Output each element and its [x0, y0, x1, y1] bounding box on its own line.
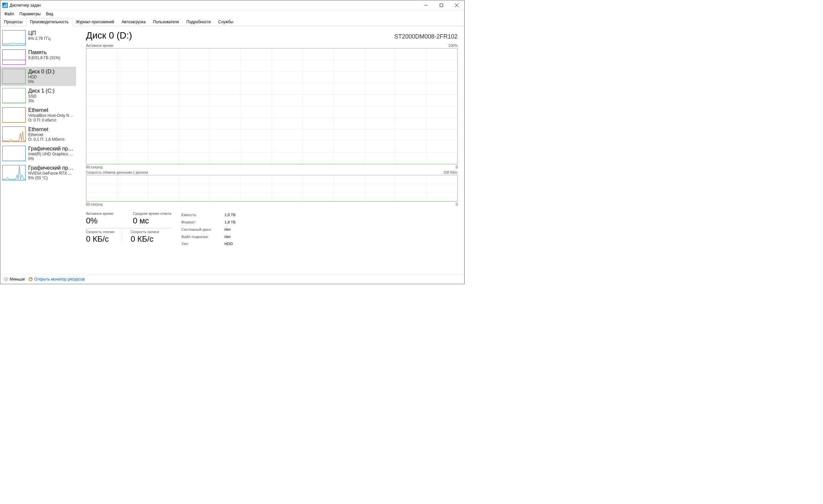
- kv-key: Файл подкачки:: [181, 233, 220, 241]
- chart-bottom-right-label: 0: [456, 202, 458, 206]
- close-button[interactable]: [449, 0, 464, 10]
- tab-performance[interactable]: Производительность: [26, 18, 72, 26]
- fewer-details-button[interactable]: Меньше: [4, 277, 25, 282]
- chevron-up-icon: [4, 277, 8, 282]
- menu-file[interactable]: Файл: [2, 11, 17, 17]
- maximize-button[interactable]: [434, 0, 449, 10]
- app-icon: [2, 3, 8, 8]
- kv-key: Тип:: [181, 240, 220, 248]
- main-panel: Диск 0 (D:) ST2000DM008-2FR102 Активное …: [76, 26, 464, 274]
- sidebar-item-label: Ethernet: [28, 107, 74, 113]
- sidebar-item-ethernet1[interactable]: Ethernet Ethernet О: 0,1 П: 1,6 Мбит/с: [0, 125, 76, 144]
- sidebar-item-sub: 9,8/31,8 ГБ (31%): [28, 55, 74, 60]
- disk-properties: Емкость:1,8 ТБ Формат:1,8 ТБ Системный д…: [181, 211, 236, 248]
- chart-top-right-label: 100%: [448, 43, 458, 47]
- svg-rect-4: [440, 4, 443, 7]
- open-resource-monitor-label: Открыть монитор ресурсов: [34, 277, 85, 282]
- sidebar-item-label: Графический про…: [28, 146, 74, 152]
- stat-value-active: 0%: [86, 216, 124, 225]
- tab-app-history[interactable]: Журнал приложений: [72, 18, 118, 26]
- sidebar-item-label: Ethernet: [28, 127, 74, 133]
- sidebar-item-memory[interactable]: Память 9,8/31,8 ГБ (31%): [0, 47, 76, 67]
- sidebar-item-sub: SSD: [28, 94, 74, 99]
- chart-active-time: Активное время 100% 60 секунд 0: [86, 43, 458, 169]
- chart-transfer-rate: Скорость обмена данными с диском 100 КБ/…: [86, 170, 458, 206]
- disk-thumb-icon: [2, 69, 26, 84]
- page-title: Диск 0 (D:): [86, 30, 132, 41]
- stat-value-response: 0 мс: [133, 216, 171, 225]
- menubar: Файл Параметры Вид: [0, 10, 464, 18]
- sidebar-item-label: ЦП: [28, 30, 74, 36]
- kv-val: Нет: [224, 233, 231, 241]
- sidebar: ЦП 8% 2,76 ГГц Память 9,8/31,8 ГБ (31%) …: [0, 26, 76, 274]
- kv-key: Емкость:: [181, 211, 220, 219]
- tab-startup[interactable]: Автозагрузка: [118, 18, 149, 26]
- sidebar-item-sub2: О: 0 П: 0 кбит/с: [28, 118, 74, 123]
- sidebar-item-sub: VirtualBox Host-Only N…: [28, 113, 74, 118]
- sidebar-item-sub: Intel(R) UHD Graphics 7…: [28, 152, 74, 156]
- menu-options[interactable]: Параметры: [17, 11, 43, 17]
- svg-rect-2: [6, 3, 7, 7]
- gpu-thumb-icon: [2, 146, 26, 161]
- stat-label-read: Скорость чтения: [86, 230, 115, 234]
- sidebar-item-gpu1[interactable]: Графический про… NVIDIA GeForce RTX 30… …: [0, 163, 76, 182]
- chart-top-right-label: 100 КБ/с: [443, 170, 458, 174]
- transfer-rate-chart: [86, 175, 458, 201]
- active-time-chart: [86, 48, 458, 164]
- chart-bottom-left-label: 60 секунд: [86, 165, 103, 169]
- kv-val: HDD: [224, 240, 233, 248]
- sidebar-item-sub: HDD: [28, 75, 74, 79]
- svg-rect-1: [4, 4, 5, 7]
- stat-label-active: Активное время: [86, 211, 124, 215]
- sidebar-item-ethernet0[interactable]: Ethernet VirtualBox Host-Only N… О: 0 П:…: [0, 105, 76, 125]
- disk-thumb-icon: [2, 88, 26, 103]
- sidebar-item-sub2: 5% (53 °C): [28, 176, 74, 180]
- chart-bottom-left-label: 60 секунд: [86, 202, 103, 206]
- window-title: Диспетчер задач: [10, 3, 41, 8]
- gpu-thumb-icon: [2, 165, 26, 180]
- sidebar-item-cpu[interactable]: ЦП 8% 2,76 ГГц: [0, 28, 76, 47]
- svg-line-9: [30, 278, 31, 279]
- chart-bottom-right-label: 0: [456, 165, 458, 169]
- sidebar-item-sub2: 0%: [28, 79, 74, 84]
- kv-key: Формат:: [181, 219, 220, 226]
- kv-key: Системный диск:: [181, 226, 220, 233]
- sidebar-item-disk1[interactable]: Диск 1 (C:) SSD 3%: [0, 86, 76, 105]
- stat-label-write: Скорость записи: [131, 230, 159, 234]
- sidebar-item-sub: Ethernet: [28, 133, 74, 137]
- footer: Меньше Открыть монитор ресурсов: [0, 274, 464, 284]
- minimize-button[interactable]: [419, 0, 434, 10]
- tab-processes[interactable]: Процессы: [0, 18, 26, 26]
- svg-rect-0: [3, 5, 4, 7]
- chart-top-left-label: Скорость обмена данными с диском: [86, 170, 148, 174]
- sidebar-item-disk0[interactable]: Диск 0 (D:) HDD 0%: [0, 67, 76, 86]
- open-resource-monitor-button[interactable]: Открыть монитор ресурсов: [28, 277, 85, 282]
- sidebar-item-sub2: 0%: [28, 156, 74, 161]
- sidebar-item-label: Диск 1 (C:): [28, 88, 74, 94]
- menu-view[interactable]: Вид: [43, 11, 56, 17]
- tab-details[interactable]: Подробности: [183, 18, 214, 26]
- tab-services[interactable]: Службы: [214, 18, 237, 26]
- sidebar-item-label: Память: [28, 49, 74, 55]
- stat-value-write: 0 КБ/с: [131, 234, 159, 244]
- sidebar-item-sub: NVIDIA GeForce RTX 30…: [28, 171, 74, 176]
- svg-point-7: [4, 277, 8, 281]
- cpu-thumb-icon: [2, 30, 26, 45]
- task-manager-window: Диспетчер задач Файл Параметры Вид Проце…: [0, 0, 465, 284]
- chart-top-left-label: Активное время: [86, 43, 113, 47]
- sidebar-item-gpu0[interactable]: Графический про… Intel(R) UHD Graphics 7…: [0, 144, 76, 163]
- sidebar-item-sub: 8% 2,76 ГГц: [28, 36, 74, 41]
- titlebar: Диспетчер задач: [0, 0, 464, 10]
- sidebar-item-sub2: О: 0,1 П: 1,6 Мбит/с: [28, 137, 74, 142]
- stat-value-read: 0 КБ/с: [86, 234, 115, 244]
- tabs: Процессы Производительность Журнал прило…: [0, 18, 464, 26]
- ethernet-thumb-icon: [2, 107, 26, 123]
- kv-val: Нет: [224, 226, 231, 233]
- sidebar-item-sub2: 3%: [28, 99, 74, 103]
- ethernet-thumb-icon: [2, 127, 26, 142]
- fewer-details-label: Меньше: [10, 277, 25, 282]
- kv-val: 1,8 ТБ: [224, 211, 236, 219]
- kv-val: 1,8 ТБ: [224, 219, 236, 226]
- sidebar-item-label: Графический про…: [28, 165, 74, 171]
- tab-users[interactable]: Пользователи: [149, 18, 183, 26]
